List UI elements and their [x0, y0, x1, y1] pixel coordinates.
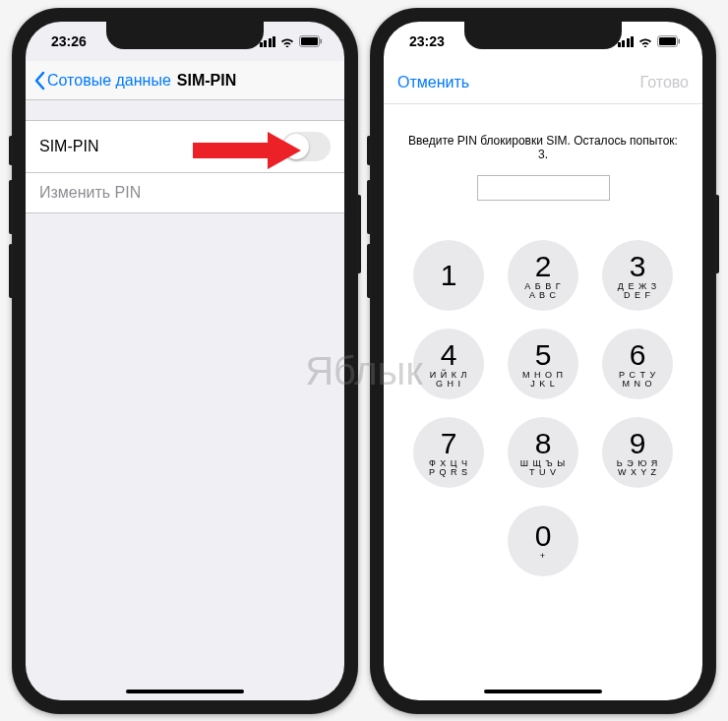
keypad-key-6[interactable]: 6Р С Т У M N O: [602, 329, 673, 399]
svg-rect-1: [301, 37, 318, 45]
svg-rect-6: [659, 37, 676, 45]
annotation-arrow: [193, 132, 301, 173]
nav-header: Сотовые данные SIM-PIN: [26, 61, 344, 100]
phone-frame-left: 23:26 Сотовые данные SIM-PIN SIM-PIN: [12, 8, 358, 714]
svg-rect-3: [193, 143, 272, 158]
key-letters: Ь Э Ю Я W X Y Z: [617, 459, 658, 477]
svg-rect-7: [679, 39, 681, 44]
key-letters: Ш Щ Ъ Ы T U V: [520, 459, 566, 477]
keypad-key-7[interactable]: 7Ф Х Ц Ч P Q R S: [413, 417, 484, 488]
key-digit: 3: [630, 252, 646, 281]
home-indicator[interactable]: [484, 690, 602, 694]
keypad-key-9[interactable]: 9Ь Э Ю Я W X Y Z: [602, 417, 673, 488]
battery-icon: [657, 35, 681, 47]
change-pin-label: Изменить PIN: [39, 184, 141, 202]
keypad-key-2[interactable]: 2А Б В Г A B C: [508, 240, 578, 311]
key-digit: 4: [441, 340, 457, 370]
key-letters: +: [540, 552, 546, 561]
notch: [106, 22, 264, 49]
key-digit: 7: [441, 429, 457, 458]
screen-pin-entry: 23:23 Отменить Готово Введите PIN блокир…: [384, 22, 702, 700]
key-letters: И Й К Л G H I: [430, 371, 468, 389]
notch: [464, 22, 622, 49]
key-letters: Д Е Ж З D E F: [618, 282, 657, 300]
status-time: 23:23: [405, 33, 445, 49]
keypad-key-0[interactable]: 0+: [508, 506, 578, 576]
back-label: Сотовые данные: [47, 72, 171, 90]
key-letters: Ф Х Ц Ч P Q R S: [429, 459, 468, 477]
status-time: 23:26: [47, 33, 87, 49]
chevron-left-icon: [33, 71, 45, 90]
battery-icon: [299, 35, 323, 47]
key-letters: М Н О П J K L: [522, 371, 564, 389]
wifi-icon: [637, 35, 653, 47]
keypad-key-4[interactable]: 4И Й К Л G H I: [413, 329, 484, 399]
screen-settings: 23:26 Сотовые данные SIM-PIN SIM-PIN: [26, 22, 344, 700]
key-digit: 6: [630, 340, 646, 370]
keypad-key-8[interactable]: 8Ш Щ Ъ Ы T U V: [508, 417, 578, 488]
svg-rect-2: [321, 39, 323, 44]
wifi-icon: [279, 35, 295, 47]
key-letters: Р С Т У M N O: [619, 371, 656, 389]
change-pin-row[interactable]: Изменить PIN: [26, 173, 344, 213]
status-indicators: [618, 35, 682, 47]
key-letters: А Б В Г A B C: [524, 282, 561, 300]
pin-input[interactable]: [477, 175, 610, 201]
status-indicators: [260, 35, 324, 47]
keypad-key-3[interactable]: 3Д Е Ж З D E F: [602, 240, 673, 311]
done-button[interactable]: Готово: [640, 74, 689, 91]
key-digit: 5: [535, 340, 552, 370]
pin-prompt-area: Введите PIN блокировки SIM. Осталось поп…: [384, 104, 702, 220]
pin-prompt-text: Введите PIN блокировки SIM. Осталось поп…: [403, 134, 683, 161]
keypad-key-1[interactable]: 1: [413, 240, 484, 311]
cancel-button[interactable]: Отменить: [397, 74, 469, 91]
svg-marker-4: [268, 132, 301, 169]
key-digit: 2: [535, 252, 552, 281]
key-digit: 8: [535, 429, 552, 458]
keypad: 12А Б В Г A B C3Д Е Ж З D E F4И Й К Л G …: [384, 220, 702, 596]
keypad-key-5[interactable]: 5М Н О П J K L: [508, 329, 578, 399]
nav-title: SIM-PIN: [177, 72, 236, 90]
home-indicator[interactable]: [126, 690, 244, 694]
modal-header: Отменить Готово: [384, 61, 702, 104]
key-digit: 1: [441, 261, 457, 290]
key-digit: 0: [535, 521, 552, 551]
phone-frame-right: 23:23 Отменить Готово Введите PIN блокир…: [370, 8, 716, 714]
sim-pin-label: SIM-PIN: [39, 138, 98, 155]
back-button[interactable]: Сотовые данные: [33, 71, 171, 90]
key-digit: 9: [630, 429, 646, 458]
